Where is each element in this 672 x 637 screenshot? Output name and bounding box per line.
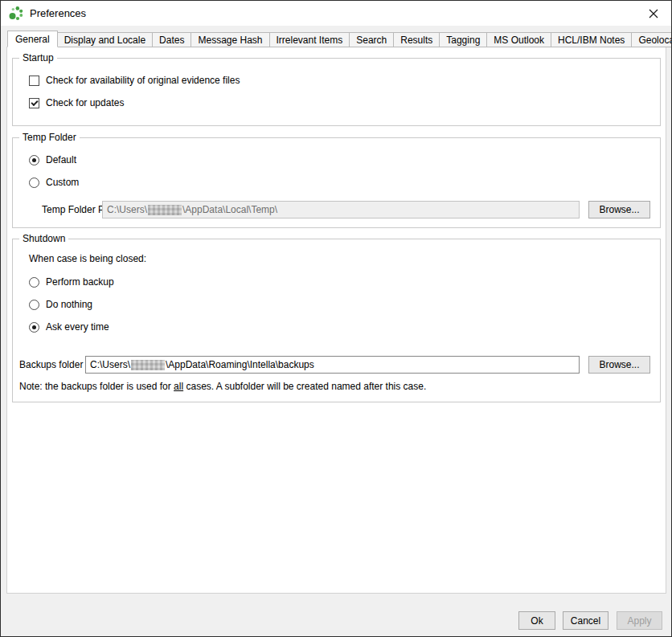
- temp-folder-path-field: C:\Users\\AppData\Local\Temp\: [102, 201, 580, 218]
- radio-do-nothing[interactable]: Do nothing: [29, 299, 92, 310]
- tab-geolocation[interactable]: Geolocation: [631, 32, 672, 47]
- redacted-username: [148, 205, 182, 215]
- checkbox-checked-icon: [29, 98, 39, 108]
- window-title: Preferences: [30, 7, 86, 19]
- shutdown-group-label: Shutdown: [19, 233, 68, 244]
- apply-button: Apply: [617, 611, 662, 630]
- checkbox-original-evidence-files[interactable]: Check for availability of original evide…: [29, 75, 240, 86]
- tab-bar: General Display and Locale Dates Message…: [7, 31, 665, 47]
- close-icon: [649, 9, 658, 18]
- radio-perform-backup[interactable]: Perform backup: [29, 276, 114, 288]
- backups-folder-label: Backups folder: [19, 356, 83, 374]
- temp-folder-browse-button[interactable]: Browse...: [588, 201, 650, 218]
- general-tab-panel: Startup Check for availability of origin…: [6, 47, 666, 594]
- startup-group-label: Startup: [19, 52, 57, 63]
- checkbox-icon: [29, 76, 39, 86]
- radio-icon: [29, 300, 39, 310]
- preferences-dialog: Preferences General Display and Locale D…: [0, 0, 672, 637]
- checkbox-check-for-updates[interactable]: Check for updates: [29, 97, 124, 108]
- tab-irrelevant-items[interactable]: Irrelevant Items: [269, 32, 350, 47]
- shutdown-group: Shutdown When case is being closed: Perf…: [12, 239, 661, 402]
- radio-label: Custom: [46, 177, 79, 188]
- radio-label: Default: [46, 154, 76, 165]
- backups-note: Note: the backups folder is used for all…: [19, 381, 426, 392]
- tab-display-and-locale[interactable]: Display and Locale: [57, 32, 153, 47]
- radio-custom[interactable]: Custom: [29, 177, 79, 188]
- radio-default[interactable]: Default: [29, 154, 76, 165]
- path-text: \AppData\Local\Temp\: [182, 204, 277, 215]
- radio-selected-icon: [29, 155, 39, 165]
- note-underlined-text: all: [174, 381, 183, 392]
- radio-ask-every-time[interactable]: Ask every time: [29, 321, 109, 333]
- radio-label: Ask every time: [46, 321, 109, 333]
- radio-selected-icon: [29, 322, 39, 333]
- path-text: C:\Users\: [107, 204, 147, 215]
- note-text: cases. A subfolder will be created named…: [183, 381, 426, 392]
- checkbox-label: Check for availability of original evide…: [46, 75, 240, 86]
- redacted-username: [131, 360, 165, 370]
- title-bar: Preferences: [1, 1, 671, 26]
- tab-message-hash[interactable]: Message Hash: [191, 32, 269, 47]
- backups-folder-field[interactable]: C:\Users\\AppData\Roaming\Intella\backup…: [85, 356, 580, 374]
- tab-results[interactable]: Results: [393, 32, 440, 47]
- tab-ms-outlook[interactable]: MS Outlook: [486, 32, 551, 47]
- tab-hcl-ibm-notes[interactable]: HCL/IBM Notes: [551, 32, 632, 47]
- cancel-button[interactable]: Cancel: [563, 611, 608, 630]
- tab-dates[interactable]: Dates: [152, 32, 191, 47]
- startup-group: Startup Check for availability of origin…: [12, 58, 661, 126]
- path-text: C:\Users\: [90, 359, 130, 370]
- intella-logo-icon: [8, 6, 24, 22]
- radio-icon: [29, 178, 39, 188]
- close-button[interactable]: [635, 1, 671, 26]
- radio-label: Perform backup: [46, 276, 114, 288]
- note-text: Note: the backups folder is used for: [19, 381, 174, 392]
- tab-general[interactable]: General: [7, 31, 58, 47]
- backups-folder-browse-button[interactable]: Browse...: [588, 356, 650, 374]
- temp-folder-group: Temp Folder Default Custom Temp Folder P…: [12, 137, 661, 228]
- checkbox-label: Check for updates: [46, 97, 124, 108]
- tab-tagging[interactable]: Tagging: [439, 32, 487, 47]
- tab-search[interactable]: Search: [349, 32, 394, 47]
- temp-folder-group-label: Temp Folder: [19, 132, 80, 143]
- path-text: \AppData\Roaming\Intella\backups: [166, 359, 314, 370]
- radio-icon: [29, 277, 39, 288]
- shutdown-prompt: When case is being closed:: [29, 250, 146, 267]
- ok-button[interactable]: Ok: [518, 611, 555, 630]
- radio-label: Do nothing: [46, 299, 92, 310]
